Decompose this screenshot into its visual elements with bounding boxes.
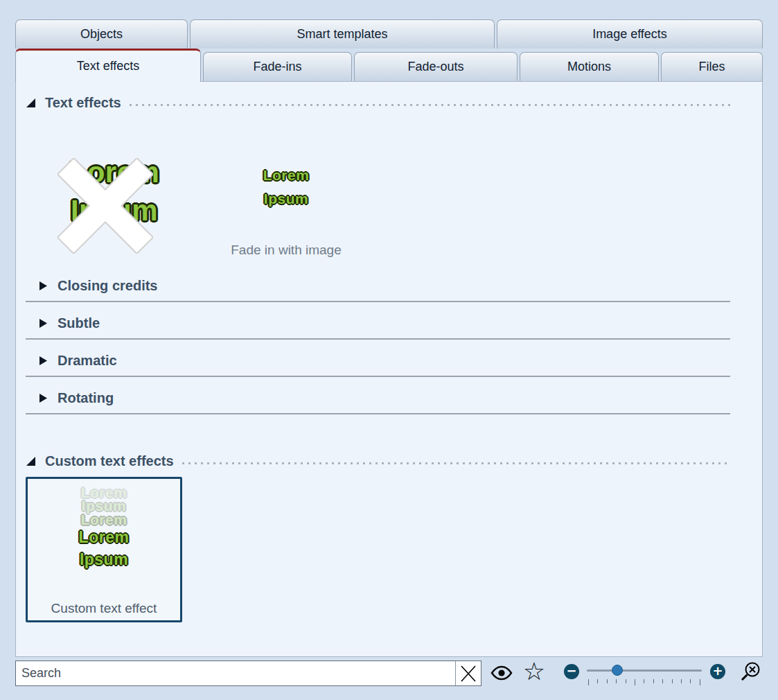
preview-toggle-button[interactable] bbox=[489, 663, 514, 683]
thumbnail-size-slider[interactable] bbox=[587, 664, 702, 688]
preview-word: Lorem bbox=[28, 526, 180, 548]
crossed-out-x-icon bbox=[58, 158, 153, 254]
tab-fade-ins[interactable]: Fade-ins bbox=[203, 52, 352, 81]
effects-list: Text effects Lorem Ipsum Lorem Ipsum Fad… bbox=[15, 81, 763, 657]
tab-label: Fade-outs bbox=[407, 60, 463, 74]
favorites-button[interactable]: ☆ bbox=[521, 656, 547, 686]
tab-motions[interactable]: Motions bbox=[520, 52, 659, 81]
magnifier-x-icon bbox=[739, 660, 763, 684]
group-header-rotating[interactable]: Rotating bbox=[26, 383, 730, 414]
collapsed-triangle-icon bbox=[39, 318, 48, 329]
collapsed-triangle-icon bbox=[39, 393, 48, 403]
section-header-text-effects[interactable]: Text effects bbox=[26, 93, 730, 112]
eye-icon bbox=[490, 665, 513, 681]
effect-caption: Custom text effect bbox=[28, 601, 180, 616]
zoom-reset-button[interactable] bbox=[737, 658, 765, 686]
tab-label: Objects bbox=[80, 27, 123, 42]
slider-track[interactable] bbox=[587, 670, 702, 672]
tab-objects[interactable]: Objects bbox=[15, 19, 188, 49]
group-title: Subtle bbox=[58, 315, 100, 331]
section-title: Custom text effects bbox=[45, 453, 174, 469]
preview-word: Lorem bbox=[263, 167, 310, 183]
tab-smart-templates[interactable]: Smart templates bbox=[190, 19, 495, 49]
effect-preview-text: Lorem Ipsum bbox=[224, 164, 348, 210]
clear-x-icon bbox=[460, 663, 477, 684]
collapsed-triangle-icon bbox=[39, 356, 48, 366]
tab-row-primary: Objects Smart templates Image effects bbox=[15, 19, 763, 49]
collapsed-triangle-icon bbox=[39, 281, 48, 291]
custom-effect-item-selected[interactable]: Lorem Ipsum Lorem Lorem Ipsum Custom tex… bbox=[26, 477, 182, 622]
effect-preview-text: Lorem Ipsum Lorem Lorem Ipsum bbox=[28, 486, 180, 570]
star-icon: ☆ bbox=[523, 657, 545, 685]
slider-ticks bbox=[588, 679, 700, 685]
tab-text-effects[interactable]: Text effects bbox=[15, 49, 201, 82]
tab-image-effects[interactable]: Image effects bbox=[497, 19, 763, 49]
zoom-out-button[interactable]: − bbox=[564, 664, 579, 679]
tab-files[interactable]: Files bbox=[661, 52, 763, 81]
minus-icon: − bbox=[564, 664, 579, 679]
expanded-triangle-icon bbox=[26, 456, 36, 466]
search-box bbox=[15, 660, 481, 686]
tab-label: Fade-ins bbox=[253, 60, 301, 74]
clear-search-button[interactable] bbox=[455, 661, 481, 685]
preview-ghost-word: Lorem bbox=[28, 513, 180, 526]
tab-label: Image effects bbox=[592, 27, 667, 42]
section-header-custom-text-effects[interactable]: Custom text effects bbox=[26, 451, 730, 471]
expanded-triangle-icon bbox=[26, 98, 36, 108]
dotted-leader bbox=[182, 462, 730, 464]
tab-label: Motions bbox=[567, 60, 611, 74]
plus-icon: + bbox=[710, 664, 725, 679]
group-header-closing-credits[interactable]: Closing credits bbox=[26, 270, 730, 302]
tab-label: Files bbox=[698, 60, 725, 74]
preview-word: Ipsum bbox=[28, 548, 180, 570]
tab-label: Smart templates bbox=[297, 27, 387, 42]
search-input[interactable] bbox=[16, 661, 455, 685]
group-header-subtle[interactable]: Subtle bbox=[26, 308, 730, 340]
tab-fade-outs[interactable]: Fade-outs bbox=[354, 52, 518, 81]
zoom-in-button[interactable]: + bbox=[710, 664, 725, 679]
effect-caption: Fade in with image bbox=[202, 243, 371, 258]
tab-row-secondary: Text effects Fade-ins Fade-outs Motions … bbox=[15, 49, 763, 81]
dotted-leader bbox=[130, 104, 730, 106]
group-header-dramatic[interactable]: Dramatic bbox=[26, 345, 730, 377]
preview-ghost-word: Ipsum bbox=[28, 499, 180, 512]
group-title: Dramatic bbox=[58, 353, 117, 369]
preview-word: Ipsum bbox=[264, 191, 308, 207]
section-title: Text effects bbox=[45, 95, 121, 111]
slider-handle[interactable] bbox=[612, 665, 623, 676]
group-title: Rotating bbox=[58, 390, 114, 406]
group-title: Closing credits bbox=[58, 278, 157, 294]
tab-label: Text effects bbox=[77, 59, 140, 73]
